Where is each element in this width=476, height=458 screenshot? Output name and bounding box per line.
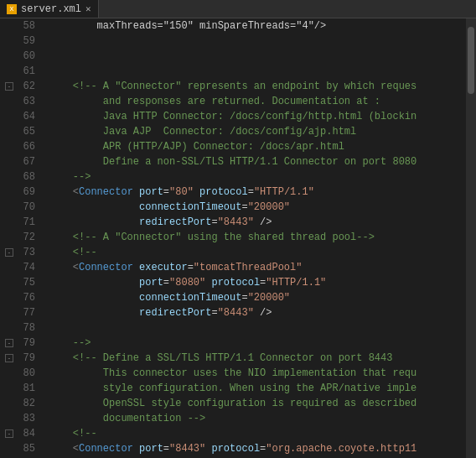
code-line: APR (HTTP/AJP) Connector: /docs/apr.html <box>49 139 466 154</box>
code-line: connectionTimeout="20000" <box>49 200 466 215</box>
scrollbar-thumb[interactable] <box>468 27 474 94</box>
gutter-line: 77 <box>0 305 35 320</box>
gutter-line: -79 <box>0 336 35 351</box>
token-tag-bracket: < <box>49 260 79 275</box>
line-numbers: 58596061-6263646566676869707172-73747576… <box>0 18 42 458</box>
code-line: maxThreads="150" minSpareThreads="4"/> <box>49 18 466 34</box>
fold-icon[interactable]: - <box>5 82 13 91</box>
token-attr-value: "8443" <box>218 305 254 320</box>
code-line: Define a non-SSL/TLS HTTP/1.1 Connector … <box>49 154 466 169</box>
scrollbar[interactable] <box>466 18 476 458</box>
code-line: Java HTTP Connector: /docs/config/http.h… <box>49 109 466 124</box>
token-plain: = <box>248 185 254 200</box>
token-attr-value: "20000" <box>248 290 290 305</box>
token-plain: = <box>163 441 169 456</box>
token-plain <box>205 275 211 290</box>
line-number: 75 <box>17 275 35 290</box>
line-number: 60 <box>17 49 35 64</box>
line-number: 62 <box>17 79 35 94</box>
token-plain: maxThreads="150" minSpareThreads="4"/> <box>49 18 326 34</box>
fold-icon[interactable]: - <box>5 429 13 438</box>
token-attr-name: protocol <box>211 275 260 290</box>
line-number: 79 <box>17 351 35 366</box>
line-number: 74 <box>17 260 35 275</box>
token-attr-name: connectionTimeout <box>139 290 241 305</box>
gutter-line: 63 <box>0 94 35 109</box>
token-plain: = <box>211 215 217 230</box>
tab-server-xml[interactable]: x server.xml ✕ <box>0 0 99 18</box>
gutter-line: 76 <box>0 290 35 305</box>
code-line: <Connector executor="tomcatThreadPool" <box>49 260 466 275</box>
code-line: redirectPort="8443" /> <box>49 305 466 320</box>
gutter-line: 80 <box>0 366 35 381</box>
code-line: documentation --> <box>49 411 466 426</box>
code-line: <Connector port="8443" protocol="org.apa… <box>49 441 466 456</box>
token-attr-name: port <box>139 275 163 290</box>
token-comment: OpenSSL style configuration is required … <box>49 396 416 411</box>
gutter-line: 81 <box>0 381 35 396</box>
line-number: 58 <box>17 18 35 34</box>
gutter-line: 82 <box>0 396 35 411</box>
token-comment: <!-- <box>49 426 97 441</box>
line-number: 59 <box>17 34 35 49</box>
code-line: connectionTimeout="20000" <box>49 290 466 305</box>
token-attr-name: redirectPort <box>139 215 211 230</box>
token-comment: --> <box>49 169 91 185</box>
token-attr-name: connectionTimeout <box>139 200 241 215</box>
line-number: 65 <box>17 124 35 139</box>
line-number: 82 <box>17 396 35 411</box>
token-plain <box>133 260 139 275</box>
token-plain: = <box>163 185 169 200</box>
token-plain <box>49 275 139 290</box>
token-plain <box>49 200 139 215</box>
tab-close-button[interactable]: ✕ <box>85 3 91 14</box>
token-attr-value: "8080" <box>169 275 205 290</box>
code-line: <!-- A "Connector" represents an endpoin… <box>49 79 466 94</box>
token-attr-value: "HTTP/1.1" <box>266 275 326 290</box>
line-number: 81 <box>17 381 35 396</box>
token-attr-value: "8443" <box>218 215 254 230</box>
token-tag-bracket: < <box>49 441 79 456</box>
token-tag: Connector <box>79 260 133 275</box>
gutter-line: 69 <box>0 185 35 200</box>
editor-area: 58596061-6263646566676869707172-73747576… <box>0 18 476 458</box>
token-plain: = <box>188 260 194 275</box>
fold-icon[interactable]: - <box>5 339 13 347</box>
line-number: 77 <box>17 305 35 320</box>
gutter-line: 85 <box>0 441 35 456</box>
code-line <box>49 64 466 79</box>
line-number: 78 <box>17 320 35 336</box>
gutter-line: 70 <box>0 200 35 215</box>
gutter-line: 65 <box>0 124 35 139</box>
token-attr-value: "8443" <box>169 441 205 456</box>
token-plain: = <box>211 305 217 320</box>
code-line: --> <box>49 336 466 351</box>
gutter-line: 72 <box>0 230 35 245</box>
line-number: 84 <box>17 426 35 441</box>
token-attr-name: redirectPort <box>139 305 211 320</box>
code-line <box>49 34 466 49</box>
fold-icon[interactable]: - <box>5 248 13 257</box>
token-attr-value: "org.apache.coyote.http11 <box>266 441 416 456</box>
code-line: <!-- A "Connector" using the shared thre… <box>49 230 466 245</box>
gutter-line: 66 <box>0 139 35 154</box>
line-number: 64 <box>17 109 35 124</box>
line-number: 76 <box>17 290 35 305</box>
token-comment: <!-- <box>49 245 97 260</box>
token-comment: <!-- A "Connector" using the shared thre… <box>49 230 375 245</box>
token-comment: documentation --> <box>49 411 205 426</box>
token-tag: Connector <box>79 185 133 200</box>
fold-icon[interactable]: - <box>5 354 13 362</box>
gutter-line: 74 <box>0 260 35 275</box>
gutter-line: 78 <box>0 320 35 336</box>
token-plain <box>133 185 139 200</box>
token-plain: = <box>163 275 169 290</box>
token-plain: /> <box>254 215 272 230</box>
token-attr-value: "20000" <box>248 200 290 215</box>
code-line <box>49 320 466 336</box>
line-number: 68 <box>17 169 35 185</box>
token-plain <box>49 305 139 320</box>
code-line: redirectPort="8443" /> <box>49 215 466 230</box>
token-plain <box>194 185 199 200</box>
tab-label: server.xml <box>21 3 81 15</box>
